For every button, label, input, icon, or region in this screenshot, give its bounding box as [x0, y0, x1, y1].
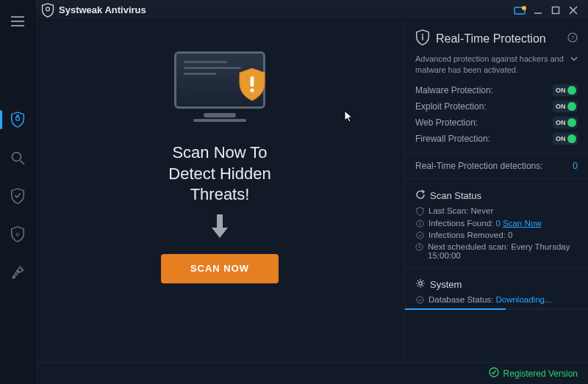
notification-icon[interactable] — [512, 3, 529, 18]
svg-point-4 — [46, 7, 50, 10]
svg-text:?: ? — [571, 35, 575, 41]
scan-now-button[interactable]: SCAN NOW — [161, 254, 279, 283]
svg-rect-9 — [251, 76, 254, 87]
rtp-detections-count: 0 — [573, 161, 578, 171]
toggle-malware-protection[interactable]: Malware Protection: ON — [415, 82, 578, 98]
logo-shield-icon — [41, 3, 54, 18]
minimize-button[interactable] — [529, 3, 547, 18]
svg-rect-8 — [553, 7, 559, 13]
svg-rect-0 — [15, 117, 19, 120]
sidebar-item-protection[interactable] — [0, 179, 35, 213]
sidebar-item-scan[interactable] — [0, 141, 35, 175]
svg-point-6 — [522, 6, 526, 10]
sidebar-item-tools[interactable] — [0, 256, 35, 289]
shield-check-icon — [415, 206, 424, 216]
system-title: System — [430, 279, 462, 290]
clock-icon — [415, 242, 423, 251]
down-arrow-icon — [209, 213, 231, 242]
svg-rect-11 — [217, 214, 223, 228]
shield-info-icon — [415, 29, 430, 48]
sidebar-item-status[interactable] — [0, 103, 35, 137]
close-button[interactable] — [564, 3, 582, 18]
svg-point-22 — [416, 297, 423, 303]
refresh-icon — [415, 189, 426, 202]
rtp-title: Real-Time Protection — [436, 32, 546, 46]
svg-text:e: e — [15, 231, 19, 238]
maximize-button[interactable] — [547, 3, 564, 18]
rtp-detections-label: Real-Time Protection detections: — [415, 161, 543, 171]
scan-status-title: Scan Status — [430, 190, 481, 201]
svg-point-10 — [250, 88, 254, 92]
sidebar-item-quarantine[interactable]: e — [0, 217, 35, 251]
svg-point-19 — [416, 232, 423, 239]
registered-label: Registered Version — [503, 369, 578, 379]
app-title: Systweak Antivirus — [59, 4, 146, 15]
scan-now-link[interactable]: Scan Now — [503, 219, 541, 228]
gear-icon — [415, 278, 426, 291]
check-circle-icon — [415, 231, 424, 239]
svg-point-21 — [419, 281, 423, 285]
svg-rect-13 — [422, 36, 423, 40]
svg-point-1 — [12, 153, 21, 162]
help-icon[interactable]: ? — [567, 32, 578, 45]
database-progress — [405, 308, 588, 310]
menu-button[interactable] — [0, 4, 35, 38]
database-status-value: Downloading... — [495, 295, 551, 304]
hero-monitor-illustration — [168, 51, 271, 132]
toggle-exploit-protection[interactable]: Exploit Protection: ON — [415, 98, 578, 115]
svg-point-12 — [422, 34, 423, 35]
info-icon — [415, 219, 424, 228]
app-logo: Systweak Antivirus — [41, 3, 146, 18]
check-icon — [489, 367, 499, 380]
hero-headline: Scan Now To Detect Hidden Threats! — [168, 142, 270, 206]
toggle-web-protection[interactable]: Web Protection: ON — [415, 115, 578, 131]
svg-point-17 — [419, 221, 420, 222]
chevron-down-icon — [570, 54, 578, 65]
toggle-firewall-protection[interactable]: Firewall Protection: ON — [415, 131, 578, 147]
svg-rect-18 — [420, 223, 420, 225]
svg-line-2 — [20, 161, 24, 165]
check-circle-icon — [415, 295, 424, 304]
rtp-advanced-expand[interactable]: Advanced protection against hackers and … — [415, 54, 578, 76]
